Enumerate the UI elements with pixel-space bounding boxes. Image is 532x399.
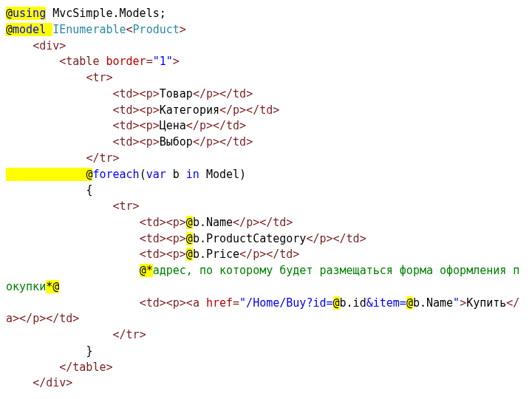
hdr-0: Товар bbox=[160, 87, 193, 100]
hdr-3: Выбор bbox=[160, 135, 193, 149]
attr-border: border bbox=[106, 55, 146, 68]
namespace: MvcSimple.Models; bbox=[52, 7, 166, 20]
razor-at: @ bbox=[186, 248, 193, 261]
expr-name: b.Name bbox=[193, 216, 233, 229]
attr-href: href bbox=[206, 296, 233, 310]
kw-using: using bbox=[13, 7, 46, 20]
hl-indent bbox=[6, 168, 86, 181]
type-ienumerable: IEnumerable bbox=[52, 23, 126, 36]
tag-table-open: <table bbox=[59, 55, 99, 68]
type-product: Product bbox=[133, 23, 180, 36]
expr-price: b.Price bbox=[193, 248, 239, 261]
tag-table-close: </table> bbox=[59, 361, 112, 374]
val-border: "1" bbox=[153, 55, 173, 68]
angle-open: < bbox=[126, 23, 133, 36]
loop-var: b bbox=[173, 168, 180, 181]
model-ref: Model) bbox=[206, 168, 246, 181]
href-prefix: "/Home/Buy?id= bbox=[239, 296, 332, 310]
razor-at: @ bbox=[186, 216, 193, 229]
code-block: @using MvcSimple.Models; @model IEnumera… bbox=[6, 6, 526, 392]
expr-id: b.id bbox=[340, 296, 366, 310]
href-end: " bbox=[453, 296, 460, 310]
kw-in: in bbox=[186, 168, 200, 181]
razor-at: @ bbox=[6, 23, 13, 36]
razor-at: @ bbox=[6, 7, 13, 20]
kw-foreach: foreach bbox=[92, 168, 139, 181]
brace-close: } bbox=[86, 344, 92, 358]
comment-close: *@ bbox=[46, 280, 59, 293]
tag-div-close: </div> bbox=[33, 376, 72, 389]
comment-open: @* bbox=[140, 264, 153, 277]
razor-at: @ bbox=[186, 232, 193, 245]
kw-model: model bbox=[13, 23, 46, 36]
brace-open: { bbox=[86, 183, 92, 197]
tag-div-open: <div> bbox=[33, 39, 66, 52]
razor-at: @ bbox=[406, 296, 413, 310]
hdr-1: Категория bbox=[160, 103, 219, 117]
hl-space bbox=[46, 23, 52, 36]
kw-var: var bbox=[146, 168, 166, 181]
expr-iname: b.Name bbox=[413, 296, 453, 310]
hdr-2: Цена bbox=[160, 119, 186, 132]
href-mid: &item= bbox=[366, 296, 406, 310]
angle-close: > bbox=[180, 23, 186, 36]
comment-text: адрес, по которому будет размещаться фор… bbox=[6, 264, 519, 293]
tag-tr-open: <tr> bbox=[86, 71, 112, 84]
razor-at: @ bbox=[333, 296, 340, 310]
expr-cat: b.ProductCategory bbox=[193, 232, 307, 245]
tag-tr-close: </tr> bbox=[86, 151, 119, 165]
buy-text: Купить bbox=[466, 296, 506, 310]
